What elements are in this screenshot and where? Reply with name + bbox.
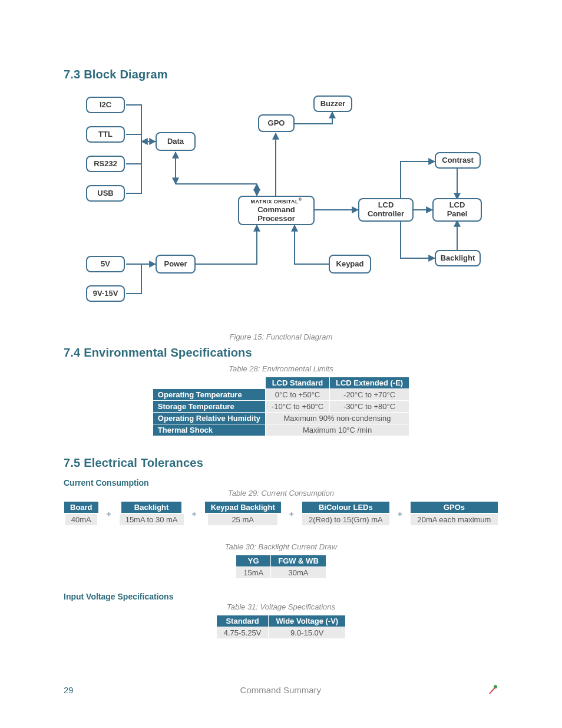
- heading-elec-tol: 7.5 Electrical Tolerances: [64, 456, 498, 470]
- node-rs232: RS232: [86, 156, 125, 172]
- table-row: Storage Temperature -10°C to +60°C -30°C…: [153, 401, 409, 413]
- table-row: 4.75-5.25V 9.0-15.0V: [216, 627, 345, 639]
- sub-input-voltage: Input Voltage Specifications: [64, 592, 498, 601]
- node-9-15v: 9V-15V: [86, 285, 125, 302]
- node-lcd-controller: LCD Controller: [358, 198, 414, 222]
- lcd-controller-l2: Controller: [368, 210, 404, 219]
- processor-l1: Command: [257, 206, 295, 215]
- node-usb: USB: [86, 185, 125, 202]
- cc-head-1: Backlight: [121, 501, 182, 513]
- table-row: Standard Wide Voltage (-V): [216, 615, 345, 627]
- lcd-panel-l1: LCD: [449, 201, 465, 210]
- cc-block-3: BiColour LEDs 2(Red) to 15(Grn) mA: [302, 501, 390, 526]
- plus-icon: +: [395, 501, 405, 519]
- table-row: Operating Temperature 0°C to +50°C -20°C…: [153, 389, 409, 401]
- sub-current-consumption: Current Consumption: [64, 478, 498, 487]
- figure-caption: Figure 15: Functional Diagram: [64, 332, 498, 341]
- backlight-caption: Table 30: Backlight Current Draw: [64, 542, 498, 551]
- table-row: YG FGW & WB: [236, 555, 326, 567]
- cc-head-3: BiColour LEDs: [302, 501, 390, 513]
- cc-block-2: Keypad Backlight 25 mA: [204, 501, 282, 526]
- env-col-ext: LCD Extended (-E): [330, 377, 409, 389]
- env-row-1-c2: -30°C to +80°C: [330, 401, 409, 413]
- backlight-table: YG FGW & WB 15mA 30mA: [236, 555, 326, 579]
- table-row: 15mA 30mA: [236, 567, 326, 579]
- env-row-1-label: Storage Temperature: [153, 401, 265, 413]
- bl-col-0: YG: [236, 555, 271, 567]
- v-col-1: Wide Voltage (-V): [269, 615, 346, 627]
- node-contrast: Contrast: [435, 152, 481, 169]
- node-processor: MATRIX ORBITAL® Command Processor: [238, 196, 315, 225]
- page-number: 29: [64, 685, 74, 695]
- env-header-row: LCD Standard LCD Extended (-E): [153, 377, 409, 389]
- cc-val-4: 20mA each maximum: [410, 513, 498, 526]
- lcd-panel-l2: Panel: [447, 210, 468, 219]
- node-data: Data: [156, 132, 196, 151]
- voltage-table: Standard Wide Voltage (-V) 4.75-5.25V 9.…: [216, 615, 346, 639]
- bl-val-1: 30mA: [271, 567, 326, 579]
- cc-val-0: 40mA: [65, 513, 98, 526]
- block-diagram: I2C TTL RS232 USB 5V 9V-15V Data Power G…: [82, 86, 498, 322]
- bl-col-1: FGW & WB: [271, 555, 326, 567]
- node-lcd-panel: LCD Panel: [432, 198, 482, 222]
- node-buzzer: Buzzer: [313, 95, 352, 112]
- page: 7.3 Block Diagram: [0, 0, 562, 728]
- node-backlight: Backlight: [435, 250, 481, 266]
- v-col-0: Standard: [216, 615, 269, 627]
- cc-val-2: 25 mA: [207, 513, 278, 526]
- v-val-0: 4.75-5.25V: [216, 627, 269, 639]
- cc-val-3: 2(Red) to 15(Grn) mA: [302, 513, 390, 526]
- table-row: Operating Relative Humidity Maximum 90% …: [153, 413, 409, 424]
- consumption-row: Board 40mA + Backlight 15mA to 30 mA + K…: [64, 501, 498, 526]
- table-row: Thermal Shock Maximum 10°C /min: [153, 424, 409, 436]
- node-gpo: GPO: [258, 114, 295, 132]
- node-power: Power: [156, 255, 196, 274]
- env-col-std: LCD Standard: [265, 377, 329, 389]
- processor-brand: MATRIX ORBITAL®: [251, 197, 302, 205]
- env-row-0-c2: -20°C to +70°C: [330, 389, 409, 401]
- cc-block-0: Board 40mA: [64, 501, 99, 526]
- cc-val-1: 15mA to 30 mA: [119, 513, 184, 526]
- plus-icon: +: [104, 501, 114, 519]
- cc-head-2: Keypad Backlight: [204, 501, 282, 513]
- cc-caption: Table 29: Current Consumption: [64, 489, 498, 498]
- page-footer: 29 Command Summary: [64, 684, 498, 695]
- brand-text: MATRIX ORBITAL: [251, 199, 299, 205]
- cc-head-4: GPOs: [410, 501, 498, 513]
- lcd-controller-l1: LCD: [378, 201, 394, 210]
- footer-logo-icon: [488, 684, 498, 695]
- env-row-0-c1: 0°C to +50°C: [265, 389, 329, 401]
- v-val-1: 9.0-15.0V: [269, 627, 346, 639]
- voltage-caption: Table 31: Voltage Specifications: [64, 602, 498, 611]
- env-row-3-span: Maximum 10°C /min: [265, 424, 409, 436]
- plus-icon: +: [190, 501, 199, 519]
- env-row-3-label: Thermal Shock: [153, 424, 265, 436]
- env-row-2-span: Maximum 90% non-condensing: [265, 413, 409, 424]
- bl-val-0: 15mA: [236, 567, 271, 579]
- env-table: LCD Standard LCD Extended (-E) Operating…: [153, 377, 409, 436]
- node-i2c: I2C: [86, 97, 125, 113]
- cc-block-4: GPOs 20mA each maximum: [410, 501, 498, 526]
- env-table-caption: Table 28: Environmental Limits: [64, 364, 498, 373]
- node-keypad: Keypad: [329, 255, 371, 274]
- node-5v: 5V: [86, 256, 125, 272]
- heading-block-diagram: 7.3 Block Diagram: [64, 68, 498, 81]
- node-ttl: TTL: [86, 126, 125, 143]
- plus-icon: +: [287, 501, 296, 519]
- heading-env-spec: 7.4 Environmental Specifications: [64, 346, 498, 360]
- env-row-2-label: Operating Relative Humidity: [153, 413, 265, 424]
- cc-block-1: Backlight 15mA to 30 mA: [119, 501, 184, 526]
- processor-l2: Processor: [257, 215, 295, 223]
- cc-head-0: Board: [64, 501, 99, 513]
- blank-cell: [153, 377, 265, 389]
- diagram-canvas: I2C TTL RS232 USB 5V 9V-15V Data Power G…: [82, 86, 495, 322]
- env-row-1-c1: -10°C to +60°C: [265, 401, 329, 413]
- env-row-0-label: Operating Temperature: [153, 389, 265, 401]
- footer-title: Command Summary: [74, 685, 488, 695]
